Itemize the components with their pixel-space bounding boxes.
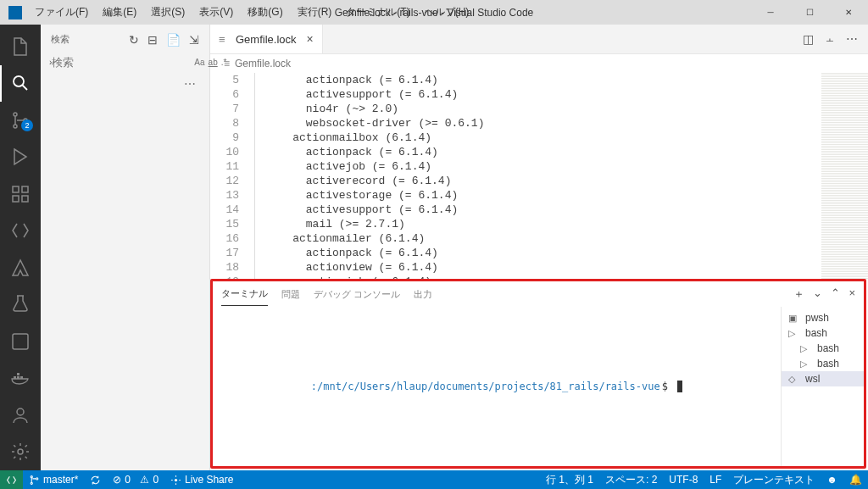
compare-icon[interactable]: ⫠ [824, 32, 836, 46]
search-input[interactable] [52, 56, 194, 69]
svg-rect-12 [17, 373, 19, 375]
status-feedback[interactable]: ☻ [821, 470, 843, 489]
menu-select[interactable]: 選択(S) [145, 2, 191, 23]
activity-account[interactable] [0, 397, 41, 434]
svg-point-18 [175, 478, 177, 481]
panel-tab-debug[interactable]: デバッグ コンソール [314, 283, 400, 306]
menu-file[interactable]: ファイル(F) [29, 2, 94, 23]
status-remote[interactable] [0, 470, 23, 489]
terminal-prompt-path: :/mnt/c/Users/hlaup/documents/projects/8… [311, 381, 660, 392]
activity-explorer[interactable] [0, 28, 41, 65]
title-bar: ファイル(F) 編集(E) 選択(S) 表示(V) 移動(G) 実行(R) ター… [0, 0, 868, 25]
close-button[interactable]: ✕ [829, 0, 868, 25]
sidebar-more[interactable]: ⋯ [41, 70, 209, 97]
activity-search[interactable] [0, 65, 41, 103]
more-icon[interactable]: ⋯ [846, 32, 858, 46]
activity-test[interactable] [0, 286, 41, 324]
maximize-button[interactable]: ☐ [790, 0, 829, 25]
clear-icon[interactable]: ⊟ [147, 33, 158, 47]
close-icon[interactable]: × [302, 32, 314, 46]
menu-view[interactable]: 表示(V) [193, 2, 239, 23]
editor-area: ≡ Gemfile.lock × ◫ ⫠ ⋯ ≡ Gemfile.lock 56… [210, 25, 868, 470]
status-position[interactable]: 行 1、列 1 [540, 470, 599, 489]
terminal-entry[interactable]: ▷bash [782, 356, 864, 371]
menu-edit[interactable]: 編集(E) [97, 2, 142, 23]
terminal-entry[interactable]: ◇wsl [782, 371, 864, 386]
terminal[interactable]: :/mnt/c/Users/hlaup/documents/projects/8… [213, 307, 781, 466]
svg-point-0 [14, 76, 24, 86]
activity-azure[interactable] [0, 249, 41, 286]
minimap[interactable] [821, 73, 868, 279]
window-controls: ─ ☐ ✕ [751, 0, 868, 25]
new-file-icon[interactable]: 📄 [166, 33, 181, 47]
svg-point-14 [18, 449, 23, 454]
status-encoding[interactable]: UTF-8 [663, 470, 704, 489]
panel-tab-problems[interactable]: 問題 [281, 283, 300, 306]
status-branch[interactable]: master* [23, 470, 84, 489]
activity-docker[interactable] [0, 360, 41, 397]
activity-remote[interactable] [0, 213, 41, 250]
terminal-list: ▣pwsh▷bash▷bash▷bash◇wsl [781, 307, 864, 466]
breadcrumb-label: Gemfile.lock [235, 58, 291, 69]
maximize-panel-icon[interactable]: ⌃ [831, 286, 840, 302]
terminal-dropdown-icon[interactable]: ⌄ [813, 286, 822, 302]
svg-point-16 [31, 482, 32, 484]
terminal-entry[interactable]: ▷bash [782, 325, 864, 341]
terminal-entry[interactable]: ▣pwsh [782, 310, 864, 325]
svg-rect-6 [13, 196, 19, 202]
search-row: › Aa ab .* [41, 54, 209, 70]
terminal-panel: ターミナル 問題 デバッグ コンソール 出力 ＋ ⌄ ⌃ × :/mnt/c/U… [210, 279, 866, 469]
status-spaces[interactable]: スペース: 2 [599, 470, 663, 489]
activity-debug[interactable] [0, 139, 41, 176]
code-editor[interactable]: 56789101112131415161718192021 actionpack… [210, 73, 868, 279]
svg-rect-5 [22, 186, 28, 192]
terminal-entry[interactable]: ▷bash [782, 341, 864, 356]
refresh-icon[interactable]: ↻ [129, 33, 139, 47]
activity-settings[interactable] [0, 434, 41, 471]
svg-point-1 [14, 113, 17, 116]
collapse-icon[interactable]: ⇲ [189, 33, 199, 47]
minimize-button[interactable]: ─ [751, 0, 790, 25]
svg-point-2 [14, 125, 17, 128]
tab-gemfile-lock[interactable]: ≡ Gemfile.lock × [210, 25, 323, 53]
add-terminal-icon[interactable]: ＋ [793, 286, 804, 302]
status-liveshare[interactable]: Live Share [164, 470, 239, 489]
status-bar: master* ⊘0 ⚠0 Live Share 行 1、列 1 スペース: 2… [0, 470, 868, 489]
svg-point-15 [31, 475, 32, 477]
activity-scm[interactable]: 2 [0, 102, 41, 139]
tab-label: Gemfile.lock [236, 33, 297, 46]
status-problems[interactable]: ⊘0 ⚠0 [107, 470, 164, 489]
svg-rect-7 [22, 196, 28, 202]
close-panel-icon[interactable]: × [849, 286, 855, 302]
status-sync[interactable] [84, 470, 107, 489]
status-bell[interactable]: 🔔 [843, 470, 868, 489]
file-icon: ≡ [219, 33, 231, 45]
code-body[interactable]: actionpack (= 6.1.4) activesupport (= 6.… [266, 73, 821, 279]
panel-tab-terminal[interactable]: ターミナル [221, 282, 268, 306]
menu-go[interactable]: 移動(G) [242, 2, 288, 23]
line-gutter: 56789101112131415161718192021 [210, 73, 251, 279]
activity-bar: 2 [0, 25, 41, 470]
sidebar-header: 検索 ↻ ⊟ 📄 ⇲ [41, 25, 209, 54]
window-title: Gemfile.lock - rails-vue - Visual Studio… [335, 7, 534, 19]
status-eol[interactable]: LF [704, 470, 727, 489]
editor-tabs: ≡ Gemfile.lock × ◫ ⫠ ⋯ [210, 25, 868, 54]
svg-rect-8 [13, 334, 28, 349]
svg-point-17 [36, 477, 38, 479]
scm-badge: 2 [21, 119, 33, 131]
sidebar-title: 検索 [51, 33, 70, 46]
panel-tab-output[interactable]: 出力 [414, 283, 432, 306]
split-icon[interactable]: ◫ [803, 32, 814, 46]
svg-rect-4 [13, 186, 19, 192]
status-lang[interactable]: プレーンテキスト [727, 470, 821, 489]
file-icon: ≡ [224, 58, 230, 69]
sidebar: 検索 ↻ ⊟ 📄 ⇲ › Aa ab .* ⋯ [41, 25, 210, 470]
fold-gutter [251, 73, 266, 279]
activity-icon[interactable] [0, 323, 41, 360]
match-case-icon[interactable]: Aa [194, 58, 204, 67]
svg-point-13 [17, 408, 24, 415]
vscode-logo-icon [8, 6, 22, 19]
menu-run[interactable]: 実行(R) [292, 2, 338, 23]
activity-extensions[interactable] [0, 175, 41, 213]
breadcrumb[interactable]: ≡ Gemfile.lock [210, 54, 868, 73]
